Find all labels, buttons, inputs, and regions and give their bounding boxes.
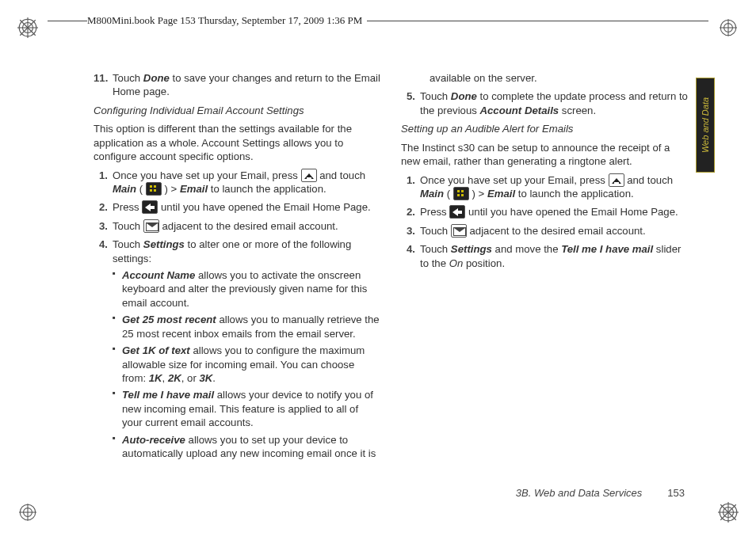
home-key-icon (609, 173, 624, 187)
alert-step-3: 3. Touch adjacent to the desired email a… (415, 224, 688, 238)
intro-paragraph: This option is different than the settin… (94, 122, 380, 163)
main-grid-icon (453, 187, 469, 200)
alert-step-2: 2. Press until you have opened the Email… (415, 205, 688, 219)
sub-account-name: Account Name allows you to activate the … (113, 268, 380, 310)
corner-ornament-icon (718, 502, 739, 523)
footer-section: 3B. Web and Data Services (516, 487, 642, 499)
footer-page-number: 153 (667, 487, 685, 499)
intro-audible: The Instinct s30 can be setup to announc… (401, 141, 688, 169)
config-step-3: 3. Touch adjacent to the desired email a… (108, 219, 380, 233)
back-key-icon (142, 200, 158, 214)
sub-tell-me: Tell me I have mail allows your device t… (113, 388, 380, 429)
alert-step-1: 1. Once you have set up your Email, pres… (415, 173, 688, 201)
config-step-1: 1. Once you have set up your Email, pres… (108, 169, 380, 196)
email-account-icon (451, 224, 467, 238)
header-text: M800Mini.book Page 153 Thursday, Septemb… (87, 14, 367, 27)
page-body: 11. Touch Done to save your changes and … (94, 71, 688, 499)
config-step-2: 2. Press until you have opened the Email… (108, 200, 380, 214)
back-key-icon (449, 205, 465, 219)
side-tab-label: Web and Data (701, 97, 710, 153)
alert-step-4: 4. Touch Settings and move the Tell me I… (415, 242, 688, 270)
corner-ornament-icon (718, 17, 739, 38)
main-grid-icon (146, 182, 162, 196)
sub-get-1k: Get 1K of text allows you to configure t… (113, 344, 380, 385)
heading-audible-alert: Setting up an Audible Alert for Emails (401, 122, 688, 135)
corner-ornament-icon (17, 502, 38, 523)
page-footer: 3B. Web and Data Services153 (516, 487, 685, 499)
home-key-icon (301, 169, 317, 182)
sub-get-25: Get 25 most recent allows you to manuall… (113, 313, 380, 340)
config-step-5: 5. Touch Done to complete the update pro… (415, 89, 688, 117)
side-tab: Web and Data (696, 78, 715, 173)
corner-ornament-icon (17, 17, 38, 38)
email-account-icon (143, 219, 159, 233)
heading-config-email: Configuring Individual Email Account Set… (94, 104, 380, 117)
step-11: 11. Touch Done to save your changes and … (108, 71, 380, 99)
